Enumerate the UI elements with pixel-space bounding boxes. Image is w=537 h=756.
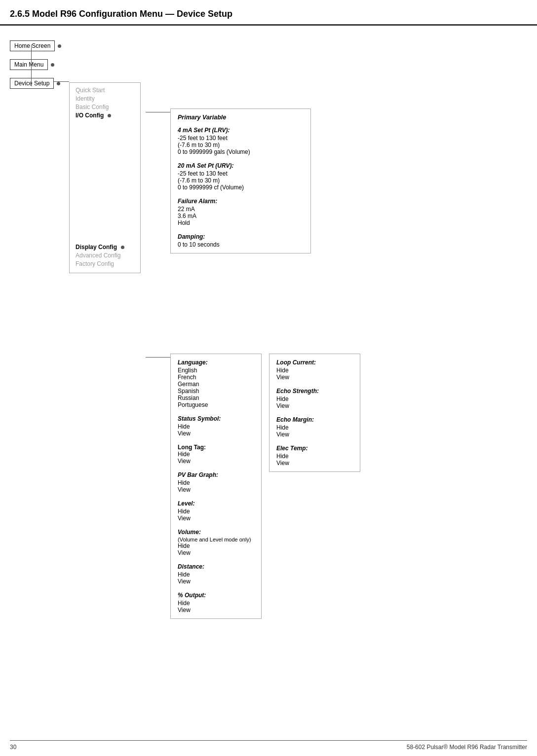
section-20ma-val3: 0 to 9999999 cf (Volume) xyxy=(178,184,304,191)
level-label: Level: xyxy=(178,500,254,507)
pv-bar-graph-label: PV Bar Graph: xyxy=(178,471,254,478)
h-line-device-to-menu xyxy=(54,81,69,82)
long-tag-label: Long Tag: xyxy=(178,444,254,451)
echo-strength-label: Echo Strength: xyxy=(276,388,353,395)
h-line-displayconfig-to-box xyxy=(146,357,170,358)
nav-device-setup[interactable]: Device Setup xyxy=(10,78,54,89)
section-damping: Damping: 0 to 10 seconds xyxy=(178,233,304,248)
section-failure-val3: Hold xyxy=(178,219,304,226)
elec-temp-hide: Hide xyxy=(276,453,353,460)
menu-item-advancedconfig[interactable]: Advanced Config xyxy=(76,252,134,259)
section-20ma-title: 20 mA Set Pt (URV): xyxy=(178,162,304,169)
loop-current-hide: Hide xyxy=(276,367,353,374)
volume-hide: Hide xyxy=(178,542,254,549)
section-failure-title: Failure Alarm: xyxy=(178,198,304,205)
right-column-infobox: Loop Current: Hide View Echo Strength: H… xyxy=(269,354,360,472)
section-4ma: 4 mA Set Pt (LRV): -25 feet to 130 feet … xyxy=(178,127,304,155)
h-line-ioconfig-to-box xyxy=(146,112,170,112)
section-4ma-val2: (-7.6 m to 30 m) xyxy=(178,142,304,148)
menu-item-ioconfig[interactable]: I/O Config xyxy=(76,112,104,119)
lang-portuguese: Portuguese xyxy=(178,401,254,408)
elec-temp-label: Elec Temp: xyxy=(276,445,353,452)
level-view: View xyxy=(178,515,254,522)
language-label: Language: xyxy=(178,359,254,366)
lang-spanish: Spanish xyxy=(178,388,254,395)
section-loop-current: Loop Current: Hide View xyxy=(276,359,353,381)
echo-strength-hide: Hide xyxy=(276,396,353,402)
section-4ma-val1: -25 feet to 130 feet xyxy=(178,135,304,142)
footer-page-number: 30 xyxy=(10,744,16,751)
volume-subtitle: (Volume and Level mode only) xyxy=(178,537,254,542)
status-symbol-label: Status Symbol: xyxy=(178,415,254,422)
distance-hide: Hide xyxy=(178,571,254,578)
pv-bar-graph-hide: Hide xyxy=(178,479,254,486)
ioconfig-dot xyxy=(108,114,111,117)
section-distance: Distance: Hide View xyxy=(178,563,254,585)
percent-output-label: % Output: xyxy=(178,592,254,599)
menu-item-basicconfig[interactable]: Basic Config xyxy=(76,104,134,110)
section-volume: Volume: (Volume and Level mode only) Hid… xyxy=(178,529,254,556)
pv-bar-graph-view: View xyxy=(178,486,254,493)
section-20ma: 20 mA Set Pt (URV): -25 feet to 130 feet… xyxy=(178,162,304,191)
displayconfig-dot xyxy=(121,246,124,249)
lang-german: German xyxy=(178,381,254,388)
loop-current-view: View xyxy=(276,374,353,381)
section-failure: Failure Alarm: 22 mA 3.6 mA Hold xyxy=(178,198,304,226)
section-pv-bar-graph: PV Bar Graph: Hide View xyxy=(178,471,254,493)
elec-temp-view: View xyxy=(276,460,353,467)
nav-main-menu[interactable]: Main Menu xyxy=(10,59,48,70)
menu-item-factoryconfig[interactable]: Factory Config xyxy=(76,260,134,267)
section-4ma-val3: 0 to 9999999 gals (Volume) xyxy=(178,148,304,155)
footer-product-name: 58-602 Pulsar® Model R96 Radar Transmitt… xyxy=(407,744,527,751)
distance-label: Distance: xyxy=(178,563,254,570)
volume-label: Volume: xyxy=(178,529,254,536)
section-percent-output: % Output: Hide View xyxy=(178,592,254,613)
lang-french: French xyxy=(178,374,254,381)
nav-vertical-line xyxy=(31,44,32,86)
echo-margin-view: View xyxy=(276,431,353,438)
nav-home-screen[interactable]: Home Screen xyxy=(10,40,55,51)
status-symbol-view: View xyxy=(178,430,254,437)
section-echo-margin: Echo Margin: Hide View xyxy=(276,416,353,438)
echo-strength-view: View xyxy=(276,402,353,409)
section-failure-val2: 3.6 mA xyxy=(178,213,304,219)
page-title: 2.6.5 Model R96 Configuration Menu — Dev… xyxy=(0,0,537,26)
lang-english: English xyxy=(178,367,254,374)
loop-current-label: Loop Current: xyxy=(276,359,353,366)
primary-variable-label: Primary Variable xyxy=(178,114,304,121)
section-status-symbol: Status Symbol: Hide View xyxy=(178,415,254,437)
menu-item-quickstart[interactable]: Quick Start xyxy=(76,87,134,94)
page-footer: 30 58-602 Pulsar® Model R96 Radar Transm… xyxy=(10,740,527,751)
status-symbol-hide: Hide xyxy=(178,423,254,430)
nav-dot-main xyxy=(51,63,54,67)
section-long-tag: Long Tag: Hide View xyxy=(178,444,254,465)
menu-item-displayconfig[interactable]: Display Config xyxy=(76,244,117,251)
distance-view: View xyxy=(178,578,254,585)
section-language: Language: English French German Spanish … xyxy=(178,359,254,408)
nav-dot-device xyxy=(57,82,60,85)
level-hide: Hide xyxy=(178,508,254,515)
nav-dot-home xyxy=(58,44,61,48)
section-failure-val1: 22 mA xyxy=(178,206,304,213)
lang-russian: Russian xyxy=(178,395,254,401)
section-level: Level: Hide View xyxy=(178,500,254,522)
section-damping-val1: 0 to 10 seconds xyxy=(178,241,304,248)
section-20ma-val1: -25 feet to 130 feet xyxy=(178,170,304,177)
device-setup-menu: Quick Start Identity Basic Config I/O Co… xyxy=(69,82,141,273)
long-tag-view: View xyxy=(178,458,254,465)
echo-margin-label: Echo Margin: xyxy=(276,416,353,423)
section-4ma-title: 4 mA Set Pt (LRV): xyxy=(178,127,304,134)
io-config-infobox: Primary Variable 4 mA Set Pt (LRV): -25 … xyxy=(170,108,311,253)
percent-output-view: View xyxy=(178,607,254,613)
section-echo-strength: Echo Strength: Hide View xyxy=(276,388,353,409)
section-elec-temp: Elec Temp: Hide View xyxy=(276,445,353,467)
section-damping-title: Damping: xyxy=(178,233,304,240)
volume-view: View xyxy=(178,549,254,556)
menu-item-identity[interactable]: Identity xyxy=(76,95,134,102)
percent-output-hide: Hide xyxy=(178,600,254,607)
long-tag-hide: Hide xyxy=(178,451,254,458)
display-config-infobox: Language: English French German Spanish … xyxy=(170,354,262,619)
echo-margin-hide: Hide xyxy=(276,424,353,431)
section-20ma-val2: (-7.6 m to 30 m) xyxy=(178,177,304,184)
